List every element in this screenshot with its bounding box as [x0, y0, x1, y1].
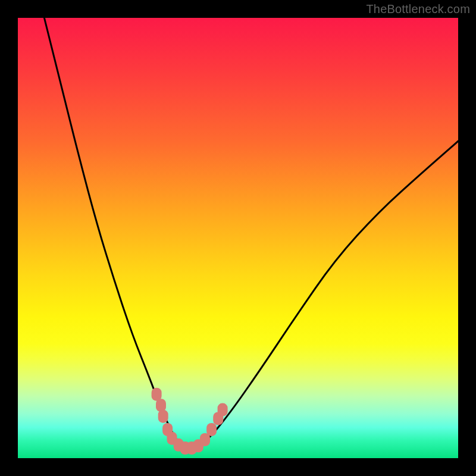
marker-dot: [206, 423, 217, 436]
marker-dot: [218, 403, 228, 416]
plot-area: [18, 18, 458, 458]
watermark-text: TheBottleneck.com: [366, 2, 470, 16]
highlight-markers: [152, 388, 228, 455]
curve-bottleneck-curve-right: [194, 141, 458, 449]
chart-svg: [18, 18, 458, 458]
curve-bottleneck-curve-left: [44, 18, 185, 449]
marker-dot: [158, 410, 168, 423]
bottleneck-curve: [44, 18, 458, 449]
chart-frame: TheBottleneck.com: [0, 0, 476, 476]
